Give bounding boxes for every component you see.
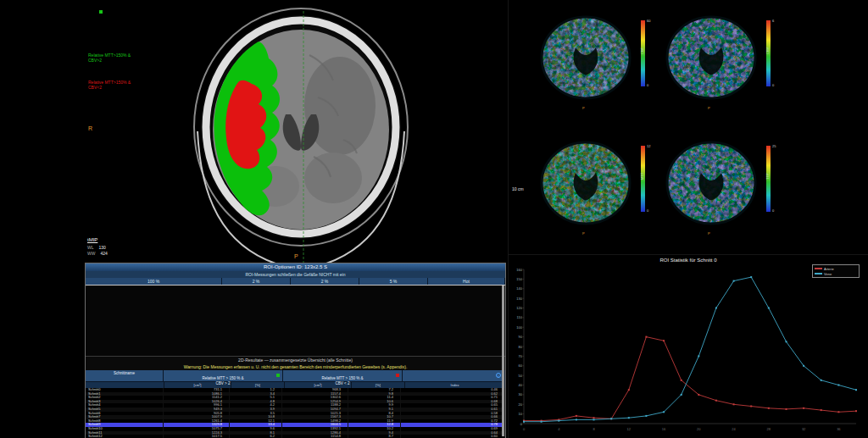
svg-text:60: 60	[519, 363, 523, 368]
results-table-header: Schnittname Relative MTT > 150 % & CBV >…	[86, 370, 505, 388]
window-level-row[interactable]: WL130	[87, 245, 106, 251]
perfusion-map-image-cbv[interactable]	[661, 10, 761, 105]
panel-title: ROI-Optionen ID: 123x2.5 S	[86, 263, 505, 271]
column-header-green[interactable]: Relative MTT > 150 % & CBV > 2	[164, 370, 283, 381]
option-column[interactable]: 2 %	[222, 278, 291, 285]
svg-text:32: 32	[802, 427, 806, 431]
perfusion-map-image-mtt[interactable]	[536, 136, 636, 230]
overlay-legend-green: Relative MTT>150% & CBV>2	[88, 53, 164, 63]
orientation-marker-posterior: P	[582, 106, 585, 110]
scale-ruler-label: 10 cm	[512, 186, 524, 191]
panel-subtitle: ROI-Messungen schließen die Gefäße NICHT…	[86, 271, 505, 278]
map-type-label: MTT	[640, 173, 644, 180]
svg-text:40: 40	[519, 383, 523, 387]
perfusion-map-cell: 6 0 CBV P	[661, 10, 788, 134]
svg-text:28: 28	[767, 427, 771, 431]
chart-title: ROI Statistik für Schnitt 0	[509, 258, 868, 263]
wl-value: 130	[99, 245, 106, 250]
colorbar-max: 12	[647, 144, 650, 148]
option-column[interactable]: Hot	[428, 278, 505, 285]
window-width-row[interactable]: WW424	[87, 251, 108, 257]
svg-text:20: 20	[519, 402, 523, 407]
perfusion-map-cell: 60 0 CBF P	[536, 10, 663, 134]
results-section-header: 2D-Resultate — zusammengesetzte Übersich…	[86, 356, 505, 370]
svg-text:8: 8	[593, 427, 595, 431]
perfusion-map-image-cbf[interactable]	[536, 10, 636, 105]
orientation-marker-posterior: P	[582, 231, 585, 236]
table-cell: Schnitt12	[86, 435, 164, 438]
svg-text:50: 50	[519, 374, 523, 378]
colorbar-min: 0	[647, 208, 648, 213]
svg-text:30: 30	[519, 392, 523, 396]
viewport-active-marker	[99, 10, 103, 14]
svg-text:70: 70	[519, 354, 523, 358]
svg-text:10: 10	[519, 412, 523, 416]
svg-text:80: 80	[519, 345, 523, 349]
warning-text: Warnung: Die Messungen erfassen u. U. ni…	[86, 363, 505, 370]
unit-header: [%]	[231, 382, 285, 388]
orientation-marker-posterior: P	[708, 106, 710, 110]
orientation-marker-posterior: P	[708, 231, 710, 236]
perfusion-map-image-ttp[interactable]	[661, 136, 761, 230]
svg-text:130: 130	[516, 297, 522, 301]
perfusion-map-cell: 25 0 TTP P	[661, 136, 788, 259]
column-header-index[interactable]: i	[403, 370, 505, 381]
wl-label: WL	[87, 245, 94, 250]
svg-text:140: 140	[516, 286, 522, 291]
svg-text:100: 100	[516, 325, 522, 330]
perfusion-map-cell: 12 0 MTT P	[536, 136, 663, 259]
svg-text:36: 36	[837, 427, 841, 431]
svg-text:20: 20	[697, 427, 701, 431]
table-cell: 1017.5	[164, 435, 230, 438]
colorbar-max: 6	[772, 19, 774, 23]
map-type-label: TTP	[765, 173, 770, 180]
preset-label[interactable]: tMIP	[87, 237, 97, 242]
table-row[interactable]: Schnitt121017.56.21154.88.70.60	[86, 435, 505, 438]
options-column-strip: 100 % 2 % 2 % 5 % Hot	[86, 278, 505, 286]
svg-text:16: 16	[662, 427, 666, 431]
svg-text:24: 24	[732, 427, 736, 431]
red-roi-swatch-icon	[396, 374, 399, 377]
option-column[interactable]: 5 %	[359, 278, 428, 285]
section-title: 2D-Resultate — zusammengesetzte Übersich…	[86, 357, 505, 363]
empty-results-area	[86, 286, 505, 356]
table-cell: 0.60	[401, 435, 505, 438]
table-cell: 6.2	[230, 435, 282, 438]
roi-statistics-chart[interactable]: 0102030405060708090100110120130140150160…	[510, 266, 861, 432]
info-icon[interactable]: i	[496, 373, 501, 378]
colorbar-min: 0	[772, 83, 774, 87]
option-column[interactable]: 100 %	[86, 278, 222, 285]
svg-text:90: 90	[519, 335, 523, 339]
overlay-legend-red: Relative MTT>150% & CBV<2	[88, 80, 164, 90]
roi-table-body: Schnitt0731.11.2968.37.20.46Schnitt11086…	[86, 388, 505, 438]
svg-text:4: 4	[558, 427, 560, 431]
svg-text:0: 0	[520, 422, 523, 426]
roi-statistics-panel: ROI-Optionen ID: 123x2.5 S ROI-Messungen…	[85, 263, 506, 438]
vertical-scrollbar[interactable]	[502, 286, 504, 436]
table-cell: 1154.8	[282, 435, 348, 438]
colorbar-min: 0	[772, 208, 774, 213]
svg-text:120: 120	[516, 306, 522, 310]
colorbar-min: 0	[647, 83, 648, 87]
application-window: Relative MTT>150% & CBV>2 Relative MTT>1…	[0, 0, 868, 438]
svg-text:0: 0	[523, 427, 526, 431]
ww-value: 424	[100, 251, 107, 256]
svg-text:12: 12	[627, 427, 632, 431]
map-type-label: CBF	[640, 47, 644, 54]
map-type-label: CBV	[765, 47, 770, 54]
orientation-marker-right: R	[88, 125, 92, 131]
svg-text:160: 160	[516, 268, 522, 272]
ct-brain-image[interactable]	[174, 4, 428, 267]
option-column[interactable]: 2 %	[291, 278, 359, 285]
ww-label: WW	[87, 251, 95, 256]
column-header-red[interactable]: Relative MTT > 150 % & CBV < 2	[283, 370, 403, 381]
svg-text:110: 110	[517, 315, 523, 319]
green-roi-swatch-icon	[276, 374, 280, 377]
column-header-slice[interactable]: Schnittname	[86, 370, 164, 381]
vertical-divider	[508, 0, 509, 438]
unit-header: [%]	[352, 382, 405, 388]
orientation-marker-posterior: P	[294, 253, 298, 259]
table-cell: 8.7	[348, 435, 401, 438]
svg-text:150: 150	[516, 277, 522, 281]
colorbar-max: 25	[772, 144, 776, 148]
